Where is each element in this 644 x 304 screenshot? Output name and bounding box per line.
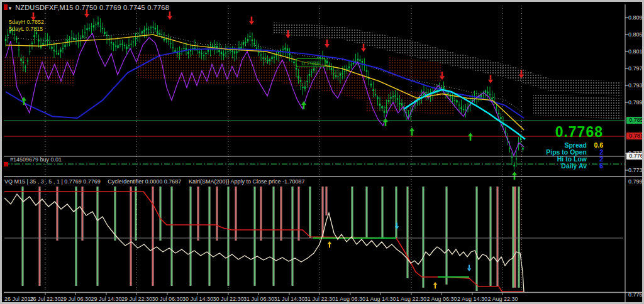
chart-price-label: 0.7988 (296, 58, 325, 67)
time-axis-label: 2 Aug 22:30 (487, 296, 518, 302)
time-axis-label: 2 Aug 14:30 (457, 296, 487, 302)
price-box-0.7768: 0.7768 (626, 153, 644, 160)
vq-indicator-label: VQ M15 | 35 , 3 , 5 , 1 | 0.7769 0.7769 (4, 178, 101, 185)
fiveday-high-label: 5dayH 0.7852 (9, 19, 44, 25)
time-axis-label: 30 Jul 22:30 (213, 296, 243, 302)
time-axis-label: 1 Aug 22:30 (396, 296, 426, 302)
price-tick-label: 0.8095 (628, 14, 644, 21)
yellow-ma (6, 35, 524, 130)
red-cloud-mid (137, 53, 282, 84)
time-axis-label: 1 Aug 14:30 (365, 296, 396, 302)
time-axis-label: 30 Jul 14:30 (182, 296, 213, 302)
time-axis-label: 29 Jul 06:30 (60, 296, 91, 302)
time-axis-label: 1 Aug 06:30 (335, 296, 365, 302)
open-trade-label[interactable]: #14509679 buy 0.01 (10, 156, 62, 163)
time-axis-label: 30 Jul 06:30 (152, 296, 182, 302)
time-axis-label: 31 Jul 14:30 (274, 296, 304, 302)
chart-title[interactable]: ▼NZDUSDFXF,M15 0.7750 0.7769 0.7745 0.77… (8, 4, 169, 11)
fiveday-low-label: 5dayL 0.7815 (9, 26, 43, 32)
price-tick-label: 0.7935 (628, 82, 644, 89)
info-row: Daily Av6 (492, 163, 603, 170)
time-axis-label: 29 Jul 14:30 (91, 296, 121, 302)
time-axis-label: 31 Jul 06:30 (243, 296, 274, 302)
indicator-scale-top: 0.7993 (628, 178, 644, 185)
candles (5, 16, 524, 170)
price-tick-label: 0.7975 (628, 65, 644, 72)
price-tick-label: 0.7895 (628, 99, 644, 106)
time-axis-label: 31 Jul 22:30 (304, 296, 335, 302)
current-price-display: 0.7768 (534, 124, 603, 141)
period-separators (45, 6, 522, 291)
cycleidentifier-label: CycleIdentifier 0.0000 0.7687 (108, 178, 181, 185)
chart-title-text: NZDUSDFXF,M15 0.7750 0.7769 0.7745 0.776… (15, 4, 169, 11)
indicator-scale-bottom: 0.7758 (628, 291, 644, 298)
time-axis-label: 2 Aug 06:30 (426, 296, 457, 302)
time-axis-ticks (45, 293, 503, 295)
yellow-ma (6, 35, 524, 130)
chart-window: 0.7988 ▼NZDUSDFXF,M15 0.7750 0.7769 0.77… (0, 0, 644, 304)
info-row-value: 6 (587, 163, 603, 170)
indicator-header[interactable]: VQ M15 | 35 , 3 , 5 , 1 | 0.7769 0.7769 … (4, 178, 311, 185)
price-box-0.7815: 0.7815 (626, 133, 644, 139)
price-scale-ticks (625, 18, 628, 170)
time-axis-label: 29 Jul 22:30 (121, 296, 152, 302)
price-tick-label: 0.8015 (628, 48, 644, 55)
svg-text:0.7988: 0.7988 (301, 60, 319, 67)
price-tick-label: 0.7735 (628, 167, 644, 173)
collapse-triangle-icon[interactable]: ▼ (8, 6, 13, 11)
info-panel: Spread0.6Pips to Open2Hi to Low2Daily Av… (492, 142, 603, 170)
gray-cloud-tail (533, 94, 621, 120)
time-axis-label: 26 Jul 22:30 (30, 296, 60, 302)
price-box-0.7852: 0.7852 (626, 117, 644, 124)
cycle-spikes (23, 187, 519, 291)
kairi-label: Kairi(SMA(200)) Apply to Close price -1.… (189, 178, 305, 185)
info-row-label: Daily Av (561, 163, 587, 170)
indicator-signal-arrows (328, 223, 471, 289)
price-tick-label: 0.8055 (628, 31, 644, 38)
